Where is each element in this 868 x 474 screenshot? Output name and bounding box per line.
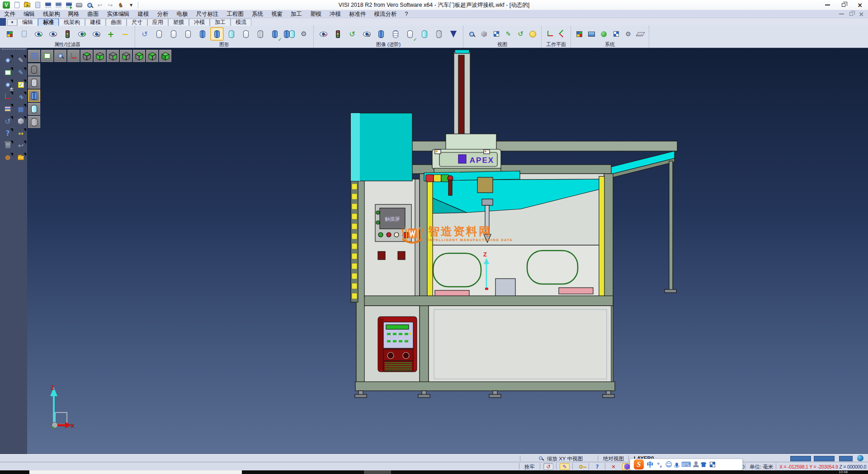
measure-distance-icon[interactable]: ↔ — [15, 128, 26, 139]
menu-item-dimension[interactable]: 尺寸标注 — [192, 10, 223, 18]
cylinder-striped-icon[interactable] — [389, 27, 402, 41]
solid-cube-icon[interactable] — [15, 116, 26, 127]
cylinder-verified-icon[interactable]: ✓ — [403, 27, 417, 41]
axis-origin-button[interactable] — [67, 50, 80, 62]
delete-trash-icon[interactable] — [2, 140, 13, 151]
refresh-view-icon[interactable]: ↺ — [515, 28, 526, 40]
view-menu-button[interactable] — [28, 50, 40, 62]
view-top-button[interactable] — [80, 50, 93, 62]
graphics-viewport[interactable] — [27, 48, 868, 454]
view-left-button[interactable] — [146, 50, 158, 62]
menu-item-mold[interactable]: 塑模 — [306, 10, 326, 18]
help-icon[interactable]: ? — [2, 128, 13, 139]
menu-item-analysis[interactable]: 分析 — [153, 10, 173, 18]
tab-dropdown-button[interactable]: ▼ — [7, 19, 17, 26]
undo-button[interactable]: ↩ — [95, 1, 104, 9]
tab-surface[interactable]: 曲面 — [106, 19, 127, 26]
menu-item-electrode[interactable]: 电极 — [173, 10, 192, 18]
license-key-icon[interactable] — [576, 463, 586, 470]
taskbar-window-preview[interactable] — [29, 470, 242, 474]
save-all-button[interactable] — [64, 1, 73, 9]
tab-standard[interactable]: 标准 — [38, 19, 59, 26]
layer-color-swatch-2[interactable] — [814, 456, 835, 461]
lock-toggle[interactable]: 拴牢 — [524, 464, 535, 470]
ime-punctuation-icon[interactable]: °, — [657, 462, 662, 468]
tool-wheel-icon[interactable]: ☸ — [2, 152, 13, 163]
cylinder-mesh-icon[interactable] — [254, 27, 267, 41]
open-project-icon[interactable] — [15, 152, 26, 163]
layer-color-swatch-1[interactable] — [790, 456, 811, 461]
layers-palette-icon[interactable] — [2, 104, 13, 114]
menu-item-edit[interactable]: 编辑 — [19, 10, 39, 18]
spline-curve-icon[interactable]: ∿ — [15, 91, 26, 102]
ime-toolbox-icon[interactable] — [710, 462, 715, 467]
redline-pencil-icon[interactable]: ✎ — [503, 28, 514, 40]
workspace-button[interactable]: ♞ — [116, 1, 125, 9]
cylinder-flat-icon[interactable] — [239, 27, 253, 41]
shade-pair-icon[interactable] — [283, 27, 296, 41]
show-add-icon[interactable]: + — [32, 27, 45, 41]
system-globe-icon[interactable] — [598, 28, 609, 40]
erase-edit-icon[interactable]: ✎ — [15, 55, 26, 66]
cylinder-dashed-icon[interactable] — [181, 27, 195, 41]
clip-section-icon[interactable]: ✂ — [316, 27, 330, 41]
new-file-button[interactable] — [12, 1, 21, 9]
show-all-icon[interactable]: + — [104, 27, 118, 41]
render-smiley-icon[interactable] — [527, 28, 538, 40]
confirm-check-icon[interactable]: ✓ — [15, 79, 26, 90]
color-palette-grid-icon[interactable] — [574, 28, 585, 40]
menu-item-moldflow[interactable]: 模流分析 — [370, 10, 401, 18]
system-monitor-icon[interactable] — [586, 28, 597, 40]
render-mesh-button[interactable] — [28, 116, 40, 128]
menu-item-file[interactable]: 文件 — [0, 10, 19, 18]
close-button[interactable]: × — [852, 0, 868, 9]
cylinder-wireframe-icon[interactable] — [152, 27, 166, 41]
import-file-button[interactable] — [33, 1, 42, 9]
workplane-align-icon[interactable] — [557, 28, 568, 40]
mdi-restore-button[interactable] — [846, 10, 856, 18]
menu-item-die[interactable]: 冲模 — [326, 10, 345, 18]
ime-microphone-icon[interactable] — [675, 463, 678, 467]
view-front-button[interactable] — [120, 50, 132, 62]
refresh-lock-icon[interactable]: ↺ — [543, 463, 553, 470]
print-button[interactable] — [75, 1, 84, 9]
zoom-dynamic-button[interactable] — [54, 50, 66, 62]
visibility-plus-minus-icon[interactable]: ± — [90, 27, 103, 41]
render-wireframe-button[interactable] — [28, 63, 40, 76]
cylinder-shaded-icon[interactable] — [196, 27, 209, 41]
fit-plane-icon[interactable] — [2, 67, 13, 78]
ime-emoji-icon[interactable]: ☺ — [665, 462, 672, 468]
fit-view-button[interactable] — [41, 50, 53, 62]
image-properties-icon[interactable] — [17, 27, 31, 41]
grid-settings-icon[interactable]: ⚙ — [623, 28, 634, 40]
zoom-extents-icon[interactable]: ± — [2, 79, 13, 90]
menu-item-solid-edit[interactable]: 实体编辑 — [103, 10, 134, 18]
sogou-logo-icon[interactable]: S — [634, 460, 644, 469]
qat-dropdown-button[interactable]: ▼ — [127, 1, 136, 9]
move-origin-icon[interactable] — [2, 91, 13, 102]
view-iso-button[interactable] — [159, 50, 171, 62]
menu-item-system[interactable]: 系统 — [248, 10, 267, 18]
menu-item-modeling[interactable]: 建模 — [134, 10, 153, 18]
tab-die[interactable]: 冲模 — [189, 19, 210, 26]
tab-machining[interactable]: 加工 — [210, 19, 231, 26]
traffic-light-advanced-icon[interactable] — [331, 27, 344, 41]
visibility-advanced-icon[interactable]: ± — [360, 27, 373, 41]
tab-wireframe[interactable]: 线架构 — [59, 19, 85, 26]
context-help-icon[interactable]: ? — [592, 463, 602, 470]
snap-toggle-icon[interactable]: ✕ — [609, 463, 618, 470]
ime-lang-icon[interactable]: 中 — [647, 462, 654, 468]
table-grid-icon[interactable] — [610, 28, 622, 40]
world-globe-icon[interactable] — [857, 455, 863, 462]
minimize-button[interactable] — [819, 0, 835, 9]
render-shaded-edges-button[interactable] — [28, 103, 40, 115]
render-shaded-button[interactable] — [28, 90, 40, 102]
panel-grip[interactable] — [2, 49, 25, 51]
hide-remove-icon[interactable]: − — [46, 27, 60, 41]
view-bottom-button[interactable] — [94, 50, 106, 62]
taskbar-button[interactable] — [364, 470, 391, 474]
cylinder-shaded-edges-icon[interactable] — [210, 27, 224, 41]
save-copy-button[interactable] — [54, 1, 63, 9]
cylinder-transparent-icon[interactable] — [225, 27, 238, 41]
tab-moldflow[interactable]: 模流 — [231, 19, 251, 26]
